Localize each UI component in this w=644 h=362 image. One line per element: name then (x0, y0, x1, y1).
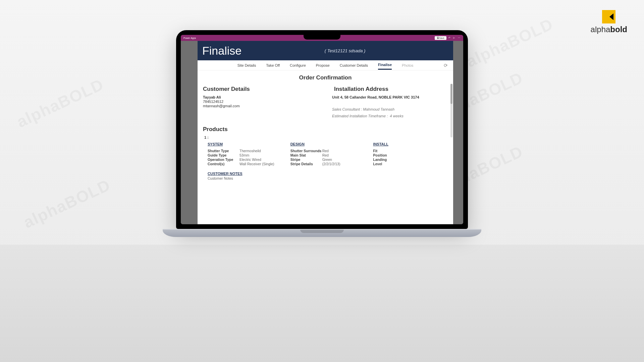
design-spec: DESIGN Shutter SurroundsRed Main SlatRed… (290, 142, 365, 166)
tab-configure[interactable]: Configure (290, 61, 306, 69)
notes-text: Customer Notes (208, 176, 448, 180)
install-timeframe: Estimated Installation Timeframe : 4 wee… (332, 114, 448, 118)
install-heading: Installation Address (332, 86, 448, 93)
watermark: alphaBOLD (463, 15, 556, 71)
tab-site-details[interactable]: Site Details (237, 61, 256, 69)
customer-heading: Customer Details (203, 86, 319, 93)
canvas-gutter-right (453, 41, 463, 224)
system-heading: SYSTEM (208, 142, 282, 146)
scrollbar-thumb[interactable] (450, 84, 452, 104)
tab-take-off[interactable]: Take Off (266, 61, 280, 69)
customer-notes: CUSTOMER NOTES Customer Notes (208, 172, 448, 180)
app-product-name: Power Apps (183, 37, 196, 39)
tab-customer-details[interactable]: Customer Details (340, 61, 368, 69)
customer-email: mtannash@gmail.com (203, 104, 319, 108)
brand-mark-icon (602, 10, 615, 23)
play-icon[interactable]: ▷ (453, 37, 456, 39)
watermark: alphaBOLD (14, 75, 106, 131)
watermark: alphaBOLD (20, 176, 113, 232)
tab-propose[interactable]: Propose (316, 61, 330, 69)
tab-bar: Site Details Take Off Configure Propose … (198, 60, 453, 70)
laptop-base (163, 229, 481, 237)
save-button[interactable]: 🖫 Save (435, 36, 446, 40)
content-title: Order Confirmation (203, 74, 448, 81)
install-address-block: Installation Address Unit 4, 58 Callande… (332, 86, 448, 118)
design-heading: DESIGN (290, 142, 365, 146)
app-screen: Power Apps 🖫 Save ↶ ▷ ⋯ Finalise ( Test1… (181, 35, 463, 224)
brand-name-b: bold (610, 25, 627, 34)
products-heading: Products (203, 126, 448, 133)
install-spec: INSTALL Fit Position Landing Level (373, 142, 448, 166)
page-title: Finalise (202, 44, 241, 57)
notes-heading: CUSTOMER NOTES (208, 172, 448, 176)
refresh-icon[interactable]: ⟳ (444, 63, 448, 68)
laptop-mockup: Power Apps 🖫 Save ↶ ▷ ⋯ Finalise ( Test1… (176, 30, 468, 237)
customer-phone: 7845124512 (203, 100, 319, 104)
brand-logo: alphabold (591, 10, 627, 34)
system-spec: SYSTEM Shutter TypeThermosheild Guide Ty… (208, 142, 282, 166)
laptop-notch (304, 35, 340, 40)
app-page: Finalise ( Test12121 sdsada ) Site Detai… (198, 41, 453, 224)
undo-icon[interactable]: ↶ (448, 37, 451, 39)
content-scroll[interactable]: Order Confirmation Customer Details Tayy… (198, 70, 453, 224)
customer-details-block: Customer Details Tayyab Ali 7845124512 m… (203, 86, 319, 118)
brand-name-a: alpha (591, 25, 610, 34)
page-subtitle: ( Test12121 sdsada ) (241, 48, 448, 53)
install-address: Unit 4, 58 Callander Road, NOBLE PARK VI… (332, 95, 448, 99)
canvas-gutter-left (181, 41, 198, 224)
more-icon[interactable]: ⋯ (458, 37, 461, 39)
sales-consultant: Sales Consultant : Mahmoud Tannash (332, 107, 448, 111)
page-header: Finalise ( Test12121 sdsada ) (198, 41, 453, 60)
tab-photos[interactable]: Photos (402, 61, 413, 69)
product-index: 1 : (204, 135, 448, 139)
install-spec-heading: INSTALL (373, 142, 448, 146)
customer-name: Tayyab Ali (203, 95, 319, 99)
tab-finalise[interactable]: Finalise (378, 61, 392, 70)
